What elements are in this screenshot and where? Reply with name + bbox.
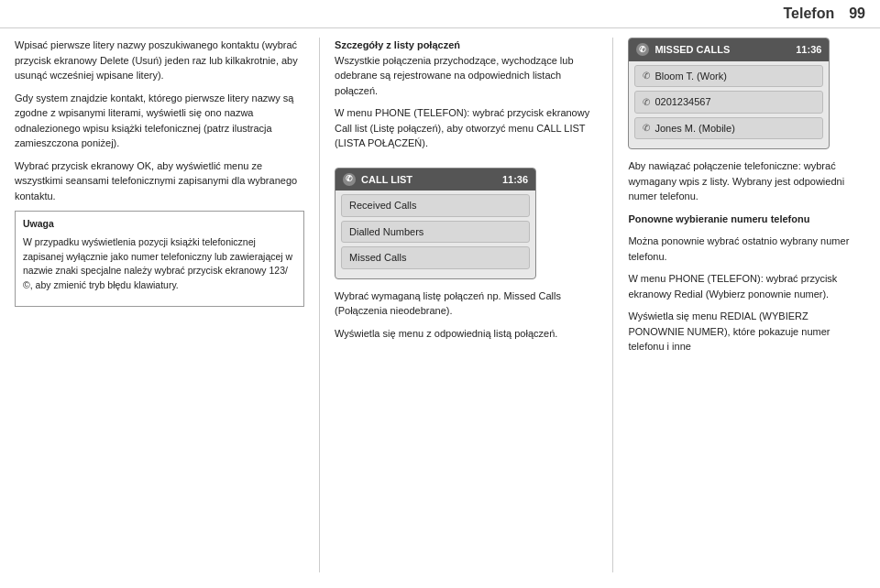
- phone-icon-0: ✆: [643, 69, 650, 82]
- call-list-header-left: ✆ CALL LIST: [343, 172, 412, 188]
- mid-phone-menu-text: W menu PHONE (TELEFON): wybrać przycisk …: [335, 105, 598, 151]
- note-box: Uwaga W przypadku wyświetlenia pozycji k…: [15, 211, 304, 307]
- missed-calls-time: 11:36: [796, 42, 821, 58]
- mid-intro-text: Wszystkie połączenia przychodzące, wycho…: [335, 55, 573, 96]
- call-list-row-missed[interactable]: Missed Calls: [341, 246, 530, 269]
- right-text3: W menu PHONE (TELEFON): wybrać przycisk …: [628, 271, 865, 301]
- call-list-row-received[interactable]: Received Calls: [341, 194, 530, 217]
- mid-intro: Szczegóły z listy połączeń Wszystkie poł…: [335, 38, 598, 98]
- left-para-3: Wybrać przycisk ekranowy OK, aby wyświet…: [15, 158, 304, 204]
- call-list-rows: Received Calls Dialled Numbers Missed Ca…: [336, 194, 535, 278]
- right-text2: Można ponownie wybrać ostatnio wybrany n…: [628, 234, 865, 264]
- call-list-row-dialled[interactable]: Dialled Numbers: [341, 221, 530, 244]
- missed-calls-icon: ✆: [636, 43, 649, 56]
- missed-calls-header: ✆ MISSED CALLS 11:36: [629, 38, 829, 61]
- call-list-header: ✆ CALL LIST 11:36: [336, 169, 535, 191]
- call-list-label: CALL LIST: [361, 172, 412, 188]
- mid-bottom-text2: Wyświetla się menu z odpowiednią listą p…: [335, 326, 598, 342]
- page-title: Telefon: [784, 5, 835, 22]
- call-list-icon: ✆: [343, 173, 356, 186]
- mid-intro-title: Szczegóły z listy połączeń: [335, 39, 460, 50]
- column-divider-1: [319, 38, 320, 572]
- missed-calls-label: MISSED CALLS: [654, 42, 730, 58]
- phone-icon-1: ✆: [643, 95, 650, 109]
- call-list-widget: ✆ CALL LIST 11:36 Received Calls Dialled…: [335, 168, 536, 279]
- right-text4: Wyświetla się menu REDIAL (WYBIERZ PONOW…: [628, 309, 865, 354]
- mid-bottom-text1: Wybrać wymaganą listę połączeń np. Misse…: [335, 289, 598, 319]
- missed-calls-rows: ✆ Bloom T. (Work) ✆ 0201234567 ✆ Jones M…: [629, 65, 829, 149]
- missed-call-name-1: 0201234567: [654, 94, 710, 110]
- phone-icon-2: ✆: [643, 121, 650, 135]
- page-header: Telefon 99: [0, 0, 880, 28]
- right-column: ✆ MISSED CALLS 11:36 ✆ Bloom T. (Work) ✆…: [628, 38, 865, 572]
- left-para-1: Wpisać pierwsze litery nazwy poszukiwane…: [15, 38, 304, 83]
- missed-calls-widget: ✆ MISSED CALLS 11:36 ✆ Bloom T. (Work) ✆…: [628, 38, 830, 149]
- right-text2-title-label: Ponowne wybieranie numeru telefonu: [628, 213, 809, 224]
- missed-calls-header-left: ✆ MISSED CALLS: [636, 42, 730, 58]
- mid-column: Szczegóły z listy połączeń Wszystkie poł…: [335, 38, 598, 572]
- note-text: W przypadku wyświetlenia pozycji książki…: [23, 235, 296, 293]
- left-para-2: Gdy system znajdzie kontakt, którego pie…: [15, 91, 304, 151]
- page-number: 99: [849, 5, 865, 22]
- right-text2-title: Ponowne wybieranie numeru telefonu: [628, 212, 865, 227]
- missed-call-row-0[interactable]: ✆ Bloom T. (Work): [634, 65, 823, 88]
- note-title: Uwaga: [23, 217, 296, 232]
- right-text1: Aby nawiązać połączenie telefoniczne: wy…: [628, 158, 865, 204]
- main-content: Wpisać pierwsze litery nazwy poszukiwane…: [0, 28, 880, 582]
- column-divider-2: [612, 38, 613, 572]
- missed-calls-icon-symbol: ✆: [639, 44, 646, 57]
- missed-call-name-0: Bloom T. (Work): [654, 69, 726, 84]
- left-column: Wpisać pierwsze litery nazwy poszukiwane…: [15, 38, 304, 572]
- missed-call-row-1[interactable]: ✆ 0201234567: [634, 91, 823, 114]
- missed-call-row-2[interactable]: ✆ Jones M. (Mobile): [634, 117, 823, 140]
- missed-call-name-2: Jones M. (Mobile): [654, 121, 734, 136]
- call-list-icon-symbol: ✆: [346, 173, 353, 186]
- call-list-time: 11:36: [502, 172, 528, 188]
